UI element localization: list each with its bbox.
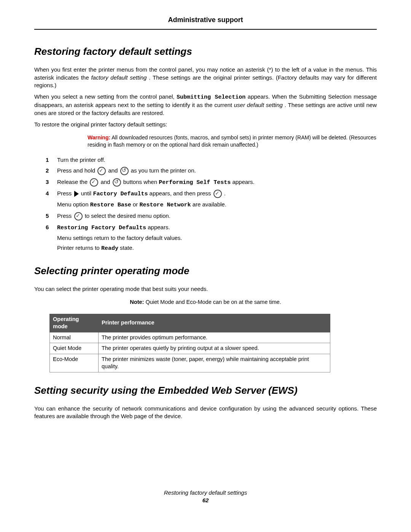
intro-paragraph-3: To restore the original printer factory … (34, 121, 377, 128)
step-4: Press until Factory Defaults appears, an… (49, 190, 377, 209)
step-5: Press to select the desired menu option. (49, 212, 377, 220)
step-6: Restoring Factory Defaults appears. Menu… (49, 224, 377, 253)
heading-restoring: Restoring factory default settings (34, 45, 377, 58)
check-icon (74, 212, 83, 220)
text: . (224, 190, 226, 197)
step-3: Release the and buttons when Performing … (49, 178, 377, 187)
code-text: Restore Network (139, 202, 191, 208)
step-6-sub2: Printer returns to Ready state. (57, 244, 377, 252)
text: to select the desired menu option. (85, 212, 170, 219)
operating-mode-intro: You can select the printer operating mod… (34, 285, 377, 293)
note-block: Note: Quiet Mode and Eco-Mode can be on … (34, 299, 377, 306)
code-text: Restoring Factory Defaults (57, 225, 146, 231)
text: until (81, 190, 93, 197)
table-row: Eco-Mode The printer minimizes waste (to… (50, 354, 330, 372)
back-icon (120, 167, 129, 175)
warning-text: All downloaded resources (fonts, macros,… (88, 134, 376, 148)
warning-label: Warning: (88, 134, 110, 141)
text: appears. (232, 179, 254, 185)
step-1: Turn the printer off. (49, 156, 377, 164)
check-icon (90, 178, 98, 187)
text: appears, and then press (150, 190, 213, 197)
table-header-mode: Operating mode (50, 314, 99, 332)
cell-mode: Eco-Mode (50, 354, 99, 372)
text-italic: user default setting (234, 102, 283, 108)
text: Release the (57, 179, 89, 185)
step-4-sub: Menu option Restore Base or Restore Netw… (57, 201, 377, 209)
intro-paragraph-1: When you first enter the printer menus f… (34, 66, 377, 89)
text: Press (57, 212, 73, 219)
step-6-sub1: Menu settings return to the factory defa… (57, 234, 377, 242)
text-italic: factory default setting (91, 74, 147, 81)
table-row: Normal The printer provides optimum perf… (50, 332, 330, 343)
code-text: Ready (101, 245, 118, 252)
code-text: Factory Defaults (93, 191, 148, 197)
text: appears. (148, 224, 170, 230)
cell-perf: The printer minimizes waste (toner, pape… (99, 354, 330, 372)
text: and (108, 167, 119, 174)
code-text: Submitting Selection (177, 94, 245, 101)
step-2: Press and hold and as you turn the print… (49, 167, 377, 175)
cell-perf: The printer operates quietly by printing… (99, 343, 330, 354)
page-header: Administrative support (34, 15, 377, 30)
heading-operating-mode: Selecting printer operating mode (34, 264, 377, 278)
steps-list: Turn the printer off. Press and hold and… (34, 156, 377, 253)
page-footer: Restoring factory default settings 62 (34, 489, 377, 505)
table-row: Quiet Mode The printer operates quietly … (50, 343, 330, 354)
text: as you turn the printer on. (131, 167, 196, 174)
text: Press and hold (57, 167, 97, 174)
heading-ews: Setting security using the Embedded Web … (34, 384, 377, 397)
back-icon (113, 178, 121, 187)
cell-mode: Quiet Mode (50, 343, 99, 354)
text: buttons when (123, 179, 159, 185)
warning-block: Warning: All downloaded resources (fonts… (88, 134, 377, 149)
text: When you select a new setting from the c… (34, 93, 177, 100)
text: and (100, 179, 112, 185)
text: state. (120, 244, 134, 251)
check-icon (97, 167, 106, 175)
table-header-perf: Printer performance (99, 314, 330, 332)
note-text: Quiet Mode and Eco-Mode can be on at the… (145, 299, 281, 305)
text: Printer returns to (57, 244, 101, 251)
cell-perf: The printer provides optimum performance… (99, 332, 330, 343)
check-icon (213, 190, 222, 198)
ews-intro: You can enhance the security of network … (34, 405, 377, 420)
code-text: Performing Self Tests (159, 179, 231, 186)
play-icon (74, 191, 79, 197)
page-number: 62 (34, 497, 377, 504)
intro-paragraph-2: When you select a new setting from the c… (34, 93, 377, 117)
cell-mode: Normal (50, 332, 99, 343)
text: or (133, 201, 140, 208)
code-text: Restore Base (90, 202, 131, 208)
text: are available. (193, 201, 226, 208)
footer-title: Restoring factory default settings (34, 489, 377, 497)
text: Press (57, 190, 73, 197)
operating-mode-table: Operating mode Printer performance Norma… (49, 314, 330, 372)
text: Menu option (57, 201, 90, 208)
note-label: Note: (130, 299, 144, 305)
